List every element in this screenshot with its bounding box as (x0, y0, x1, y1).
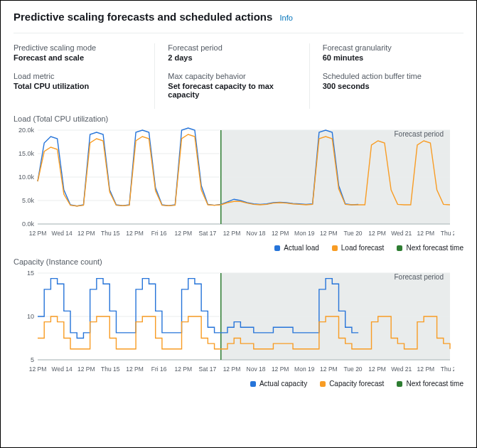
load-chart-svg: 0.0k5.0k10.0k15.0k20.0k12 PMWed 1412 PMT… (14, 126, 454, 240)
meta-label: Forecast granularity (323, 43, 456, 52)
svg-text:Mon 19: Mon 19 (294, 230, 315, 237)
svg-text:12 PM: 12 PM (126, 366, 144, 373)
legend-item: Actual load (274, 244, 318, 252)
svg-text:12 PM: 12 PM (417, 230, 435, 237)
meta-value: 300 seconds (323, 82, 456, 90)
svg-text:12 PM: 12 PM (320, 366, 338, 373)
svg-text:Wed 21: Wed 21 (391, 366, 412, 373)
svg-text:12 PM: 12 PM (174, 366, 192, 373)
svg-text:Sat 17: Sat 17 (199, 230, 217, 237)
meta-value: 60 minutes (323, 53, 456, 62)
meta-label: Predictive scaling mode (14, 43, 147, 52)
swatch-icon (320, 381, 326, 387)
svg-text:12 PM: 12 PM (77, 366, 95, 373)
swatch-icon (250, 381, 256, 387)
svg-text:12 PM: 12 PM (368, 366, 386, 373)
meta-label: Scheduled action buffer time (323, 72, 456, 80)
svg-text:10: 10 (27, 313, 34, 320)
legend-item: Next forecast time (397, 244, 463, 252)
swatch-icon (332, 245, 338, 251)
svg-text:Wed 14: Wed 14 (52, 230, 73, 237)
svg-text:12 PM: 12 PM (174, 230, 192, 237)
svg-text:20.0k: 20.0k (18, 127, 35, 134)
svg-text:12 PM: 12 PM (223, 366, 241, 373)
chart-title-capacity: Capacity (Instance count) (14, 257, 463, 266)
svg-text:15: 15 (27, 270, 34, 277)
svg-text:12 PM: 12 PM (29, 230, 47, 237)
swatch-icon (397, 381, 402, 387)
capacity-chart: Forecast period 5101512 PMWed 1412 PMThu… (14, 269, 463, 375)
svg-text:15.0k: 15.0k (18, 150, 35, 157)
meta-label: Load metric (14, 72, 147, 80)
load-chart: Forecast period 0.0k5.0k10.0k15.0k20.0k1… (14, 126, 463, 240)
meta-label: Max capacity behavior (168, 72, 301, 80)
svg-text:5: 5 (31, 356, 34, 363)
meta-value: Total CPU utilization (14, 82, 147, 90)
svg-text:Nov 18: Nov 18 (247, 366, 266, 373)
svg-text:12 PM: 12 PM (368, 230, 386, 237)
legend-item: Load forecast (332, 244, 385, 252)
svg-text:Fri 16: Fri 16 (151, 230, 167, 237)
svg-text:Thu 22: Thu 22 (441, 366, 454, 373)
svg-text:Tue 20: Tue 20 (343, 230, 362, 237)
info-link[interactable]: Info (279, 14, 292, 22)
meta-value: Set forecast capacity to max capacity (168, 82, 301, 99)
svg-text:12 PM: 12 PM (320, 230, 338, 237)
load-legend: Actual load Load forecast Next forecast … (14, 244, 463, 252)
panel-header: Predictive scaling forecasts and schedul… (14, 11, 463, 23)
predictive-scaling-panel: Predictive scaling forecasts and schedul… (0, 0, 477, 448)
swatch-icon (397, 245, 402, 251)
svg-text:Sat 17: Sat 17 (199, 366, 217, 373)
svg-text:12 PM: 12 PM (223, 230, 241, 237)
svg-text:12 PM: 12 PM (272, 230, 289, 237)
svg-text:10.0k: 10.0k (18, 174, 35, 181)
svg-text:0.0k: 0.0k (22, 220, 35, 228)
svg-text:Fri 16: Fri 16 (151, 366, 167, 373)
svg-text:5.0k: 5.0k (22, 197, 35, 204)
meta-value: 2 days (168, 53, 301, 62)
meta-grid: Predictive scaling mode Forecast and sca… (14, 33, 463, 109)
svg-text:Wed 14: Wed 14 (52, 366, 73, 373)
forecast-period-label: Forecast period (395, 130, 444, 138)
svg-text:12 PM: 12 PM (417, 366, 435, 373)
svg-text:Thu 15: Thu 15 (101, 230, 120, 237)
capacity-legend: Actual capacity Capacity forecast Next f… (14, 380, 463, 388)
legend-item: Capacity forecast (320, 380, 384, 388)
chart-title-load: Load (Total CPU utilization) (14, 114, 463, 123)
legend-item: Actual capacity (250, 380, 307, 388)
meta-label: Forecast period (168, 43, 301, 52)
svg-text:12 PM: 12 PM (272, 366, 289, 373)
forecast-period-label: Forecast period (395, 273, 444, 281)
svg-text:Mon 19: Mon 19 (294, 366, 315, 373)
svg-text:12 PM: 12 PM (77, 230, 95, 237)
svg-text:12 PM: 12 PM (126, 230, 144, 237)
svg-text:Tue 20: Tue 20 (343, 366, 362, 373)
swatch-icon (274, 245, 280, 251)
svg-text:12 PM: 12 PM (29, 366, 47, 373)
meta-value: Forecast and scale (14, 53, 147, 62)
capacity-chart-svg: 5101512 PMWed 1412 PMThu 1512 PMFri 1612… (14, 269, 454, 375)
svg-text:Nov 18: Nov 18 (247, 230, 266, 237)
svg-text:Thu 22: Thu 22 (441, 230, 454, 237)
svg-text:Wed 21: Wed 21 (391, 230, 412, 237)
svg-text:Thu 15: Thu 15 (101, 366, 120, 373)
legend-item: Next forecast time (397, 380, 463, 388)
panel-title: Predictive scaling forecasts and schedul… (14, 11, 272, 23)
